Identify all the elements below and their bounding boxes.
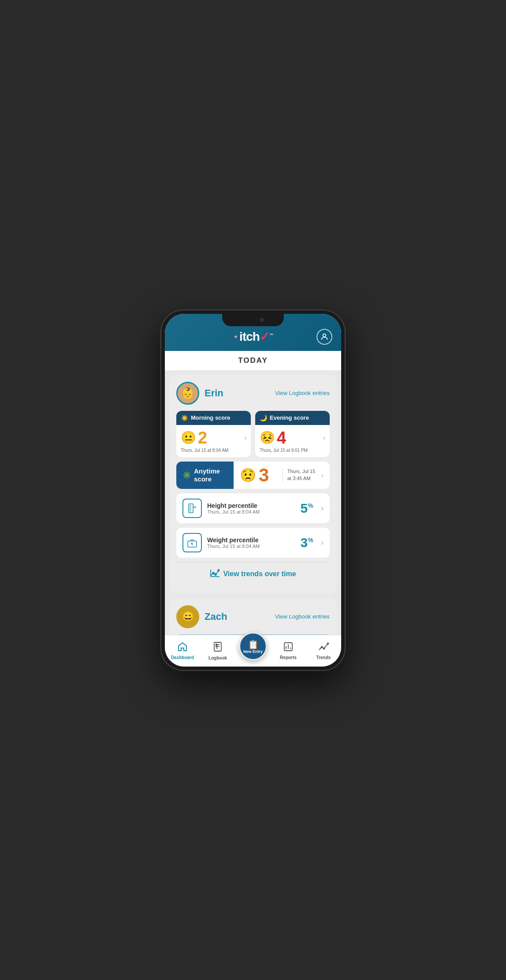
anytime-chevron-icon: › [321, 472, 324, 479]
svg-rect-15 [214, 642, 221, 651]
anytime-score-number: 3 [259, 466, 269, 484]
evening-chevron-icon: › [323, 434, 325, 441]
height-date: Thurs, Jul 15 at 8:04 AM [207, 509, 295, 514]
svg-point-11 [215, 574, 216, 575]
svg-point-24 [327, 643, 329, 644]
logo-stars-icon: ✦ [233, 333, 238, 340]
morning-score-date: Thurs, Jul 15 at 8:04 AM [181, 448, 228, 453]
svg-point-0 [323, 334, 326, 337]
nav-dashboard[interactable]: Dashboard [165, 642, 200, 660]
evening-score-number: 4 [277, 429, 286, 446]
evening-score-card[interactable]: 🌙 Evening score 😣 4 › Thurs, [255, 411, 330, 457]
camera [260, 318, 264, 322]
patient-header-erin: 👶 Erin View Logbook entries [176, 382, 330, 405]
morning-score-label: Morning score [191, 414, 231, 421]
anytime-score-label-2: score [194, 475, 220, 483]
evening-score-value-row: 😣 4 [260, 429, 286, 446]
logbook-label: Logbook [208, 656, 227, 660]
svg-point-23 [324, 648, 325, 649]
avatar-zach: 😄 [176, 605, 199, 628]
weight-icon [182, 533, 202, 552]
anytime-score-date: Thurs, Jul 15 at 3:45 AM [283, 468, 316, 482]
anytime-score-card[interactable]: ✳️ Anytime score 😟 3 [176, 462, 330, 489]
profile-button[interactable] [316, 329, 332, 345]
weight-percentile-card[interactable]: Weight percentile Thurs, Jul 15 at 8:04 … [176, 528, 330, 558]
anytime-score-body: 😟 3 Thurs, Jul 15 at 3:45 AM › [234, 462, 330, 489]
bottom-nav: Dashboard Logbook 📋 [165, 635, 341, 667]
trends-chart-icon [210, 569, 220, 580]
view-logbook-erin[interactable]: View Logbook entries [275, 390, 330, 396]
svg-point-12 [218, 570, 220, 571]
svg-rect-1 [189, 504, 193, 513]
height-icon: H [182, 499, 202, 518]
height-percentile-card[interactable]: H Height percentile Thurs, Jul 15 at 8:0… [176, 493, 330, 523]
moon-icon: 🌙 [260, 414, 267, 421]
weight-info: Weight percentile Thurs, Jul 15 at 8:04 … [207, 537, 295, 549]
patient-card-erin: 👶 Erin View Logbook entries ☀️ Morning s… [169, 375, 337, 593]
weight-value: 3% [301, 535, 313, 550]
morning-chevron-icon: › [244, 434, 246, 441]
evening-score-header: 🌙 Evening score [255, 411, 330, 425]
morning-score-header: ☀️ Morning score [176, 411, 251, 425]
trends-nav-label: Trends [316, 655, 331, 660]
nav-new-entry[interactable]: 📋 New Entry [235, 641, 271, 660]
view-trends-label: View trends over time [223, 570, 296, 578]
morning-score-card[interactable]: ☀️ Morning score 😐 2 › Thurs, [176, 411, 251, 457]
patient-info-zach: 😄 Zach [176, 605, 227, 628]
reports-icon [283, 642, 293, 654]
weight-label: Weight percentile [207, 537, 295, 544]
scroll-content: 👶 Erin View Logbook entries ☀️ Morning s… [165, 370, 341, 667]
evening-score-body: 😣 4 › Thurs, Jul 15 at 9:01 PM [255, 425, 330, 457]
logbook-icon [213, 641, 223, 655]
logo: ✦ itch✓™ [190, 329, 316, 344]
avatar-erin: 👶 [176, 382, 199, 405]
height-label: Height percentile [207, 502, 295, 509]
patient-name-erin: Erin [205, 388, 223, 399]
view-trends-button[interactable]: View trends over time [176, 562, 330, 586]
nav-reports[interactable]: Reports [271, 642, 306, 660]
evening-score-date: Thurs, Jul 15 at 9:01 PM [260, 448, 308, 453]
morning-face-icon: 😐 [181, 430, 196, 445]
anytime-face-icon: 😟 [240, 467, 256, 483]
new-entry-icon: 📋 [248, 639, 259, 650]
dashboard-label: Dashboard [171, 655, 194, 660]
nav-trends[interactable]: Trends [306, 642, 341, 660]
weight-date: Thurs, Jul 15 at 8:04 AM [207, 544, 295, 549]
new-entry-label-text: New Entry [243, 650, 263, 654]
morning-score-value-row: 😐 2 [181, 429, 207, 446]
reports-label: Reports [280, 655, 297, 660]
patient-info-erin: 👶 Erin [176, 382, 223, 405]
height-info: Height percentile Thurs, Jul 15 at 8:04 … [207, 502, 295, 514]
anytime-score-label: Anytime [194, 467, 220, 475]
weight-chevron-icon: › [321, 539, 324, 547]
score-row-erin: ☀️ Morning score 😐 2 › Thurs, [176, 411, 330, 457]
morning-score-number: 2 [198, 429, 207, 446]
patient-header-zach: 😄 Zach View Logbook entries [176, 605, 330, 628]
sun-icon: ☀️ [181, 414, 188, 421]
view-logbook-zach[interactable]: View Logbook entries [275, 613, 330, 620]
nav-logbook[interactable]: Logbook [200, 641, 235, 660]
page-title-bar: TODAY [165, 351, 341, 370]
svg-point-10 [212, 572, 214, 574]
trends-nav-icon [318, 642, 329, 654]
svg-point-22 [321, 646, 323, 648]
evening-face-icon: 😣 [260, 430, 275, 445]
morning-score-body: 😐 2 › Thurs, Jul 15 at 8:04 AM [176, 425, 251, 457]
anytime-score-header: ✳️ Anytime score [176, 462, 234, 489]
dashboard-icon [177, 642, 188, 654]
anytime-sun-icon: ✳️ [182, 471, 191, 479]
svg-text:H: H [193, 505, 196, 509]
height-value: 5% [301, 501, 313, 516]
notch [222, 314, 284, 326]
height-chevron-icon: › [321, 504, 324, 512]
new-entry-button[interactable]: 📋 New Entry [239, 632, 267, 660]
logo-text: itch✓™ [239, 329, 273, 344]
page-title: TODAY [238, 356, 268, 365]
evening-score-label: Evening score [270, 414, 309, 421]
patient-name-zach: Zach [205, 611, 227, 622]
